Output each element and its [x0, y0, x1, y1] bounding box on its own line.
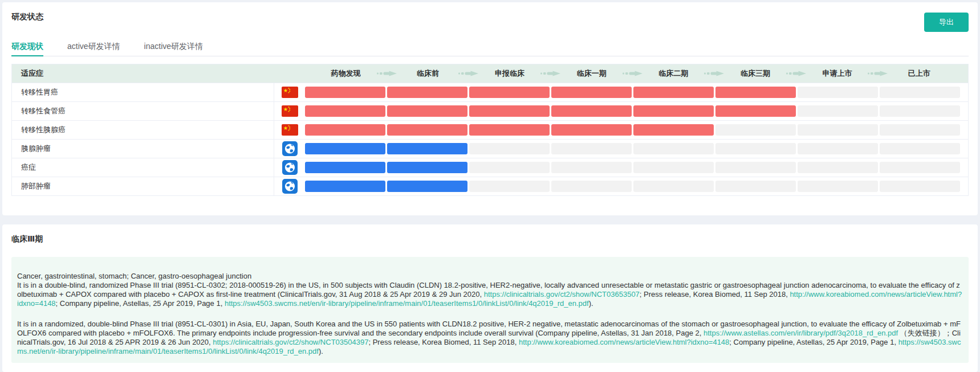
pipeline-row-1: 转移性食管癌: [12, 101, 968, 120]
stage-bars: [305, 143, 968, 154]
stage-bar-1-filled: [387, 162, 467, 173]
detail-link[interactable]: https://clinicaltrials.gov/ct2/show/NCT0…: [213, 338, 368, 346]
stage-bar-3-filled: [551, 87, 632, 98]
stage-arrow-icon: [377, 71, 397, 76]
section-title: 临床Ⅲ期: [11, 234, 969, 244]
stage-bar-0-filled: [305, 143, 385, 154]
detail-text: ).: [589, 299, 593, 308]
stage-bar-2-filled: [469, 124, 550, 136]
tab-bar: 研发现状active研发详情inactive研发详情: [11, 42, 969, 56]
stage-label: 临床前: [417, 69, 439, 77]
stage-bar-4-filled: [633, 124, 714, 136]
pipeline-rows: 转移性胃癌转移性食管癌转移性胰腺癌胰腺肿瘤癌症肺部肿瘤: [12, 83, 968, 195]
tab-1[interactable]: active研发详情: [67, 42, 120, 56]
tab-0[interactable]: 研发现状: [11, 42, 43, 56]
stage-arrow-icon: [868, 71, 888, 76]
globe-badge: [274, 160, 305, 175]
stage-header-6: 申请上市: [796, 68, 879, 79]
stage-bar-2-filled: [469, 87, 550, 98]
pipeline-table-header: 适应症 药物发现临床前申报临床临床一期临床二期临床三期申请上市已上市: [12, 64, 968, 83]
stage-header-row: 药物发现临床前申报临床临床一期临床二期临床三期申请上市已上市: [305, 68, 968, 79]
stage-header-0: 药物发现: [305, 68, 387, 79]
stage-bar-6-empty: [798, 162, 878, 173]
stage-bar-6-empty: [798, 181, 878, 192]
stage-bar-7-empty: [880, 105, 960, 117]
stage-bar-4-empty: [633, 143, 714, 154]
china-flag-badge: [274, 124, 305, 136]
china-flag-icon: [282, 87, 298, 98]
stage-bar-4-empty: [633, 162, 714, 173]
stage-bar-6-empty: [798, 105, 878, 117]
stage-bar-0-filled: [305, 162, 385, 173]
stage-bars: [305, 181, 968, 192]
globe-icon: [282, 160, 298, 175]
stage-bar-3-empty: [551, 162, 632, 173]
stage-bar-7-empty: [880, 181, 960, 192]
stage-label: 临床一期: [577, 69, 607, 77]
pipeline-row-0: 转移性胃癌: [12, 83, 968, 101]
stage-bar-0-filled: [305, 124, 385, 136]
stage-header-7: 已上市: [878, 68, 960, 79]
globe-badge: [274, 179, 305, 194]
stage-bar-5-filled: [715, 87, 796, 98]
detail-paragraph-1: It is in a double-blind, randomized Phas…: [17, 281, 963, 308]
china-flag-icon: [282, 105, 298, 117]
stage-bar-6-empty: [798, 87, 878, 98]
stage-bar-1-filled: [387, 124, 467, 136]
page-title: 研发状态: [11, 11, 969, 22]
stage-bar-3-empty: [551, 181, 632, 192]
stage-bar-7-empty: [880, 124, 960, 136]
stage-arrow-icon: [786, 71, 807, 76]
tab-2[interactable]: inactive研发详情: [144, 42, 203, 56]
stage-bar-7-empty: [880, 143, 960, 154]
pipeline-table: 适应症 药物发现临床前申报临床临床一期临床二期临床三期申请上市已上市 转移性胃癌…: [11, 64, 969, 196]
stage-header-2: 申报临床: [469, 68, 551, 79]
stage-arrow-icon: [540, 71, 561, 76]
detail-text: ; Press release, Korea Biomed, 11 Sep 20…: [640, 290, 790, 299]
stage-header-4: 临床二期: [633, 68, 715, 79]
detail-text: ).: [319, 347, 323, 355]
stage-bars: [305, 162, 968, 173]
export-button[interactable]: 导出: [924, 13, 969, 32]
stage-bar-7-empty: [880, 87, 960, 98]
stage-label: 临床二期: [658, 69, 688, 77]
indication-name: 癌症: [12, 158, 274, 177]
indication-name: 胰腺肿瘤: [12, 140, 274, 158]
stage-label: 临床三期: [741, 69, 770, 77]
globe-icon: [282, 179, 298, 194]
stage-header-1: 临床前: [387, 68, 469, 79]
stage-bar-4-filled: [633, 87, 714, 98]
stage-bar-5-empty: [715, 162, 796, 173]
stage-bar-5-empty: [715, 143, 796, 154]
china-flag-icon: [282, 124, 298, 136]
globe-icon: [282, 141, 298, 156]
stage-bar-2-empty: [469, 181, 550, 192]
stage-bar-1-filled: [387, 87, 467, 98]
stage-bar-2-empty: [469, 162, 550, 173]
indication-name: 转移性食管癌: [12, 102, 274, 120]
stage-bar-4-filled: [633, 105, 714, 117]
globe-badge: [274, 141, 305, 156]
stage-bar-3-filled: [551, 105, 632, 117]
pipeline-row-5: 肺部肿瘤: [12, 177, 968, 195]
detail-link[interactable]: https://clinicaltrials.gov/ct2/show/NCT0…: [484, 290, 640, 299]
indication-name: 肺部肿瘤: [12, 177, 274, 195]
detail-text: ; Company pipeline, Astellas, 25 Apr 201…: [56, 299, 225, 308]
pipeline-row-3: 胰腺肿瘤: [12, 139, 968, 158]
stage-bars: [305, 124, 968, 136]
stage-bar-5-empty: [715, 181, 796, 192]
detail-link[interactable]: http://www.koreabiomed.com/news/articleV…: [519, 338, 729, 346]
stage-bar-5-filled: [715, 105, 796, 117]
stage-label: 申报临床: [495, 69, 524, 77]
stage-bar-6-empty: [798, 143, 878, 154]
stage-bar-3-empty: [551, 143, 632, 154]
indication-name: 转移性胃癌: [12, 83, 274, 101]
stage-label: 已上市: [908, 69, 930, 77]
stage-bar-7-empty: [880, 162, 960, 173]
detail-link[interactable]: https://sw4503.swcms.net/en/ir-library/p…: [225, 299, 589, 308]
china-flag-badge: [274, 105, 305, 117]
detail-link[interactable]: https://www.astellas.com/en/ir/library/p…: [704, 329, 898, 337]
stage-bar-2-filled: [469, 105, 550, 117]
stage-bar-1-filled: [387, 143, 467, 154]
stage-bars: [305, 105, 968, 117]
